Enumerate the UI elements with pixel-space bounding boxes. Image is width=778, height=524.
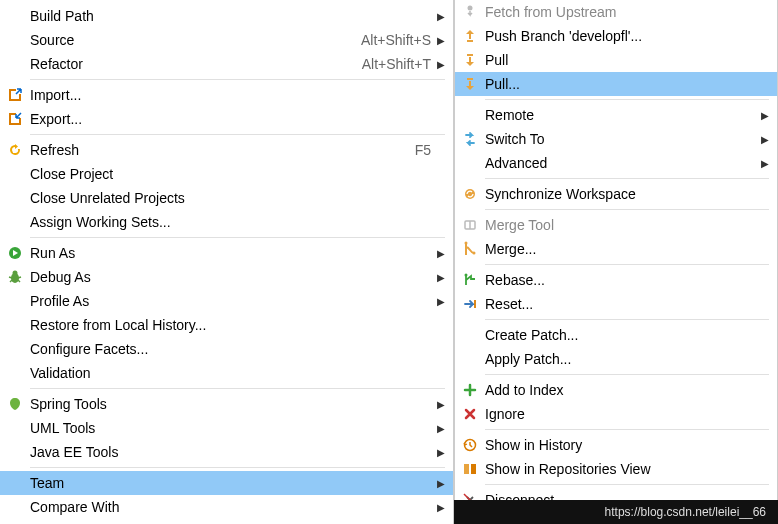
chevron-right-icon: ▶ [431,296,445,307]
menu-item-label: Add to Index [485,382,755,398]
menu-item-fetch-from-upstream: Fetch from Upstream [455,0,777,24]
menu-item-shortcut: Alt+Shift+T [352,56,431,72]
menu-item-build-path[interactable]: Build Path▶ [0,4,453,28]
menu-item-java-ee-tools[interactable]: Java EE Tools▶ [0,440,453,464]
menu-item-compare-with[interactable]: Compare With▶ [0,495,453,519]
menu-item-debug-as[interactable]: Debug As▶ [0,265,453,289]
menu-item-label: Validation [30,365,431,381]
menu-item-label: Show in Repositories View [485,461,755,477]
menu-item-synchronize-workspace[interactable]: Synchronize Workspace [455,182,777,206]
separator [30,237,445,238]
menu-item-label: Reset... [485,296,755,312]
export-icon [0,111,30,127]
menu-item-label: Push Branch 'developfl'... [485,28,755,44]
menu-item-export[interactable]: Export... [0,107,453,131]
reset-icon [455,296,485,312]
menu-item-label: Restore from Local History... [30,317,431,333]
menu-item-shortcut: F5 [405,142,431,158]
menu-item-label: Java EE Tools [30,444,431,460]
chevron-right-icon: ▶ [755,158,769,169]
menu-item-refactor[interactable]: RefactorAlt+Shift+T▶ [0,52,453,76]
menu-item-uml-tools[interactable]: UML Tools▶ [0,416,453,440]
menu-item-profile-as[interactable]: Profile As▶ [0,289,453,313]
menu-item-show-in-history[interactable]: Show in History [455,433,777,457]
menu-item-label: Export... [30,111,431,127]
separator [485,374,769,375]
menu-item-label: Debug As [30,269,431,285]
menu-item-label: Switch To [485,131,755,147]
context-menu-left: Remove from ContextCtrl+Alt+Shift+DownBu… [0,0,454,524]
menu-item-refresh[interactable]: RefreshF5 [0,138,453,162]
menu-item-spring-tools[interactable]: Spring Tools▶ [0,392,453,416]
menu-item-replace-with[interactable]: Replace With▶ [0,519,453,524]
menu-item-label: Merge Tool [485,217,755,233]
svg-point-14 [465,242,468,245]
menu-item-label: Compare With [30,499,431,515]
menu-item-apply-patch[interactable]: Apply Patch... [455,347,777,371]
menu-item-rebase[interactable]: Rebase... [455,268,777,292]
menu-item-ignore[interactable]: Ignore [455,402,777,426]
svg-point-16 [465,274,468,277]
menu-item-switch-to[interactable]: Switch To▶ [455,127,777,151]
menu-item-assign-working-sets[interactable]: Assign Working Sets... [0,210,453,234]
chevron-right-icon: ▶ [431,11,445,22]
svg-point-11 [465,189,475,199]
separator [485,484,769,485]
menu-item-reset[interactable]: Reset... [455,292,777,316]
separator [485,178,769,179]
chevron-right-icon: ▶ [431,35,445,46]
refresh-icon [0,142,30,158]
menu-item-label: Rebase... [485,272,755,288]
menu-item-label: Advanced [485,155,755,171]
menu-item-import[interactable]: Import... [0,83,453,107]
merge-icon [455,241,485,257]
menu-item-add-to-index[interactable]: Add to Index [455,378,777,402]
svg-point-15 [473,252,476,255]
separator [30,79,445,80]
menu-item-label: Refresh [30,142,405,158]
menu-item-push-branch-developfl[interactable]: Push Branch 'developfl'... [455,24,777,48]
menu-item-create-patch[interactable]: Create Patch... [455,323,777,347]
watermark: https://blog.csdn.net/leilei__66 [454,500,778,524]
chevron-right-icon: ▶ [431,478,445,489]
separator [485,319,769,320]
menu-item-label: Merge... [485,241,755,257]
menu-item-advanced[interactable]: Advanced▶ [455,151,777,175]
menu-item-label: Remote [485,107,755,123]
menu-item-merge[interactable]: Merge... [455,237,777,261]
menu-item-pull[interactable]: Pull... [455,72,777,96]
svg-line-4 [18,277,21,278]
svg-rect-9 [467,54,473,56]
svg-line-5 [10,280,12,282]
menu-item-label: Ignore [485,406,755,422]
menu-item-close-project[interactable]: Close Project [0,162,453,186]
pull-icon [455,52,485,68]
switch-icon [455,131,485,147]
menu-item-remote[interactable]: Remote▶ [455,103,777,127]
menu-item-label: Synchronize Workspace [485,186,755,202]
menu-item-restore-from-local-history[interactable]: Restore from Local History... [0,313,453,337]
menu-item-label: Pull... [485,76,755,92]
menu-item-team[interactable]: Team▶ [0,471,453,495]
chevron-right-icon: ▶ [755,134,769,145]
menu-item-validation[interactable]: Validation [0,361,453,385]
repo-icon [455,461,485,477]
menu-item-run-as[interactable]: Run As▶ [0,241,453,265]
menu-item-shortcut: Alt+Shift+S [351,32,431,48]
chevron-right-icon: ▶ [431,248,445,259]
add-icon [455,382,485,398]
spring-icon [0,396,30,412]
menu-item-show-in-repositories-view[interactable]: Show in Repositories View [455,457,777,481]
menu-item-label: Fetch from Upstream [485,4,755,20]
menu-item-pull[interactable]: Pull [455,48,777,72]
menu-item-configure-facets[interactable]: Configure Facets... [0,337,453,361]
svg-rect-19 [471,464,476,474]
separator [30,467,445,468]
svg-rect-18 [464,464,469,474]
menu-item-close-unrelated-projects[interactable]: Close Unrelated Projects [0,186,453,210]
menu-item-label: Show in History [485,437,755,453]
separator [485,429,769,430]
menu-item-label: Close Unrelated Projects [30,190,431,206]
chevron-right-icon: ▶ [431,399,445,410]
menu-item-source[interactable]: SourceAlt+Shift+S▶ [0,28,453,52]
